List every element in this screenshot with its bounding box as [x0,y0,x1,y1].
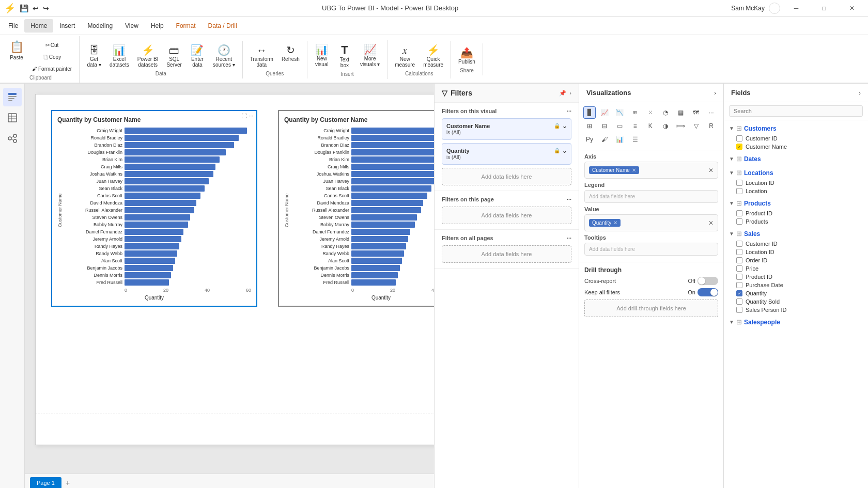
field-item-location-id[interactable]: Location ID [724,248,868,256]
more-visuals-button[interactable]: 📈Morevisuals ▾ [357,42,383,69]
drill-add-fields[interactable]: Add drill-through fields here [584,300,718,317]
viz-treemap[interactable]: ▦ [675,106,687,119]
recent-sources-button[interactable]: 🕐Recentsources ▾ [210,43,238,70]
text-box-button[interactable]: TTextbox [334,42,355,70]
viz-matrix[interactable]: ⊟ [598,120,611,132]
fields-panel-expand-icon[interactable]: › [859,90,861,96]
viz-expand-icon[interactable]: › [714,90,716,96]
add-fields-this-page[interactable]: Add data fields here [442,207,571,224]
menu-data-drill[interactable]: Data / Drill [202,19,243,33]
viz-table[interactable]: ⊞ [583,120,596,132]
get-data-button[interactable]: 🗄Getdata ▾ [84,43,104,70]
axis-field-remove[interactable]: ✕ [632,167,636,173]
filters-all-pages-more[interactable]: ··· [567,235,571,241]
field-item-location-id[interactable]: Location ID [724,179,868,187]
field-item-quantity[interactable]: ✓Quantity [724,289,868,297]
menu-help[interactable]: Help [145,19,170,33]
quantity-filter-expand-icon[interactable]: ⌄ [562,148,567,154]
axis-field-box[interactable]: Customer Name ✕ ✕ [584,162,718,179]
filters-pin-icon[interactable]: 📌 [559,90,566,97]
chart-1[interactable]: ⛶ ··· Quantity by Customer Name Customer… [51,110,257,307]
add-fields-all-pages[interactable]: Add data fields here [442,245,571,263]
field-table-header-locations[interactable]: ▼ ⊞ Locations [724,167,868,179]
viz-line-chart[interactable]: 📈 [598,106,611,119]
filters-this-visual-more[interactable]: ··· [567,108,571,114]
new-measure-button[interactable]: 𝑥Newmeasure [392,43,418,70]
redo-icon[interactable]: ↪ [43,4,49,12]
field-item-customer-id[interactable]: Customer ID [724,134,868,143]
enter-data-button[interactable]: 📝Enterdata [187,43,208,70]
field-item-quantity-sold[interactable]: Quantity Sold [724,297,868,306]
keep-filters-toggle[interactable] [698,288,718,296]
sidebar-model-icon[interactable] [3,129,22,148]
field-item-product-id[interactable]: Product ID [724,273,868,281]
quick-save-icon[interactable]: 💾 [20,4,28,12]
customer-name-filter[interactable]: Customer Name 🔒 ⌄ is (All) [442,118,571,140]
canvas-area[interactable]: ⛶ ··· Quantity by Customer Name Customer… [25,84,434,488]
viz-scatter-chart[interactable]: ⁙ [644,106,657,119]
page-tab-1[interactable]: Page 1 [30,477,61,488]
field-table-header-sales[interactable]: ▼ ⊞ Sales [724,228,868,240]
field-table-header-dates[interactable]: ▼ ⊞ Dates [724,153,868,165]
field-item-customer-name[interactable]: ✓Customer Name [724,143,868,151]
viz-kpi[interactable]: K [644,120,657,132]
viz-multi-row-card[interactable]: ≡ [629,120,641,132]
paste-button[interactable]: 📋 Paste [6,38,27,62]
fields-search-input[interactable] [729,105,863,117]
add-fields-this-visual[interactable]: Add data fields here [442,168,571,185]
chart1-zoom-icon[interactable]: ⛶ [242,113,247,119]
viz-pie-chart[interactable]: ◔ [659,106,672,119]
viz-more[interactable]: ··· [705,106,718,119]
field-item-sales-person-id[interactable]: Sales Person ID [724,306,868,314]
axis-remove-all[interactable]: ✕ [708,167,714,174]
chart1-more-icon[interactable]: ··· [249,113,253,119]
filter-expand-icon[interactable]: ⌄ [562,123,567,130]
viz-map[interactable]: 🗺 [690,106,702,119]
viz-format[interactable]: 🖌 [598,133,611,146]
field-item-order-id[interactable]: Order ID [724,256,868,264]
new-visual-button[interactable]: 📊Newvisual [312,42,332,69]
quantity-filter[interactable]: Quantity 🔒 ⌄ is (All) [442,143,571,165]
filters-chevron-icon[interactable]: › [569,90,571,97]
field-item-customer-id[interactable]: Customer ID [724,240,868,248]
field-table-header-salespeople[interactable]: ▼ ⊞ Salespeople [724,316,868,328]
refresh-button[interactable]: ↻Refresh [278,43,303,64]
field-table-header-customers[interactable]: ▼ ⊞ Customers [724,122,868,134]
close-button[interactable]: ✕ [840,0,864,17]
cut-button[interactable]: ✂Cut [29,40,75,50]
menu-insert[interactable]: Insert [53,19,81,33]
value-field-box[interactable]: Quantity ✕ ✕ [584,214,718,231]
value-field-remove[interactable]: ✕ [613,220,617,226]
viz-area-chart[interactable]: 📉 [614,106,626,119]
filters-this-page-more[interactable]: ··· [567,196,571,202]
maximize-button[interactable]: □ [812,0,836,17]
power-bi-datasets-button[interactable]: ⚡Power BIdatasets [134,43,162,70]
viz-fields[interactable]: ☰ [629,133,641,146]
menu-file[interactable]: File [2,19,24,33]
menu-format[interactable]: Format [170,19,202,33]
viz-card[interactable]: ▭ [614,120,626,132]
tooltips-field-box[interactable]: Add data fields here [584,243,718,256]
copy-button[interactable]: ⿻Copy [29,52,75,62]
cross-report-toggle[interactable] [698,277,718,285]
viz-python[interactable]: Py [583,133,596,146]
legend-field-box[interactable]: Add data fields here [584,190,718,203]
format-painter-button[interactable]: 🖌Format painter [29,64,75,74]
sidebar-data-icon[interactable] [3,108,22,127]
filter-lock-icon[interactable]: 🔒 [554,123,560,130]
quick-measure-button[interactable]: ⚡Quickmeasure [420,43,446,70]
viz-funnel[interactable]: ▽ [690,120,702,132]
field-item-products[interactable]: Products [724,217,868,226]
chart-2[interactable]: ⛶ ··· Quantity by Customer Name Customer… [278,110,434,307]
viz-bar-chart[interactable]: ▊ [583,106,596,119]
sql-server-button[interactable]: 🗃SQLServer [163,43,184,70]
field-table-header-products[interactable]: ▼ ⊞ Products [724,197,868,209]
viz-waterfall[interactable]: ⟾ [675,120,687,132]
add-page-button[interactable]: + [61,478,74,488]
field-item-location[interactable]: Location [724,187,868,195]
excel-datasets-button[interactable]: 📊Exceldatasets [106,43,132,70]
transform-data-button[interactable]: ↔Transformdata [247,43,276,70]
undo-icon[interactable]: ↩ [33,4,39,12]
menu-view[interactable]: View [119,19,145,33]
minimize-button[interactable]: ─ [784,0,808,17]
